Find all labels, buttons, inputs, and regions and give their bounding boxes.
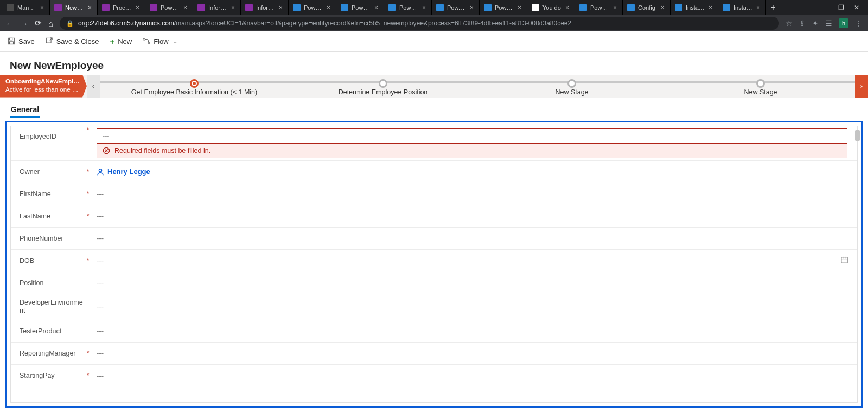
tab-close-icon[interactable]: × <box>422 4 426 11</box>
browser-tab[interactable]: Power P× <box>480 0 527 15</box>
bpf-next-button[interactable]: › <box>855 75 868 98</box>
tab-title: Informa <box>208 4 228 11</box>
window-close-icon[interactable]: ✕ <box>854 4 859 11</box>
tab-close-icon[interactable]: × <box>374 4 378 11</box>
scrollbar-thumb[interactable] <box>855 130 860 141</box>
reporting-manager-input[interactable]: --- <box>91 349 848 357</box>
svg-rect-3 <box>46 38 51 43</box>
first-name-input[interactable]: --- <box>91 190 848 198</box>
browser-tab[interactable]: Informa× <box>193 0 241 15</box>
tab-close-icon[interactable]: × <box>279 4 283 11</box>
favicon <box>7 4 14 11</box>
browser-chrome: Manage×NewEm×Process×Power A×Informa×Inf… <box>0 0 868 31</box>
home-button[interactable]: ⌂ <box>48 19 53 28</box>
window-minimize-icon[interactable]: ― <box>822 4 828 11</box>
tab-close-icon[interactable]: × <box>231 4 235 11</box>
browser-tab[interactable]: Manage× <box>2 0 50 15</box>
reload-button[interactable]: ⟳ <box>35 18 42 28</box>
svg-point-5 <box>148 42 150 44</box>
browser-tab[interactable]: Config× <box>623 0 671 15</box>
field-owner: Owner * Henry Legge <box>11 161 857 183</box>
bpf-stage[interactable]: Determine Employee Position <box>289 76 477 96</box>
favicon <box>54 4 62 11</box>
bpf-process-name: OnboardingANewEmplo... <box>5 78 81 86</box>
favicon <box>388 4 396 11</box>
svg-rect-2 <box>10 42 14 44</box>
tab-close-icon[interactable]: × <box>183 4 187 11</box>
browser-toolbar: ← → ⟳ ⌂ 🔒 orgc27fdeb6.crm5.dynamics.com/… <box>0 15 868 31</box>
browser-tab[interactable]: Power P× <box>432 0 480 15</box>
tab-close-icon[interactable]: × <box>661 4 665 11</box>
tab-close-icon[interactable]: × <box>40 4 44 11</box>
calendar-icon[interactable] <box>840 256 848 266</box>
browser-tab[interactable]: Power A× <box>145 0 193 15</box>
tab-close-icon[interactable]: × <box>327 4 330 11</box>
tab-title: Power P <box>590 4 610 11</box>
new-tab-button[interactable]: + <box>766 3 780 12</box>
tab-close-icon[interactable]: × <box>518 4 521 11</box>
favicon <box>197 4 205 11</box>
tester-input[interactable]: --- <box>91 327 848 335</box>
starting-pay-input[interactable]: --- <box>91 372 848 380</box>
tab-title: Power P <box>399 4 419 11</box>
favicon <box>102 4 110 11</box>
dob-input[interactable]: --- <box>91 256 848 266</box>
command-bar: Save Save & Close + New Flow ⌄ <box>0 31 868 52</box>
back-button[interactable]: ← <box>5 19 14 28</box>
browser-tab[interactable]: Process× <box>98 0 145 15</box>
bookmark-star-icon[interactable]: ☆ <box>786 19 793 28</box>
extensions-icon[interactable]: ✦ <box>812 19 819 28</box>
browser-tab[interactable]: Power P× <box>336 0 384 15</box>
tab-title: Power A <box>161 4 180 11</box>
bpf-stage-dot <box>379 79 387 88</box>
kebab-menu-icon[interactable]: ⋮ <box>855 19 863 28</box>
tab-close-icon[interactable]: × <box>88 4 92 11</box>
tab-close-icon[interactable]: × <box>709 4 712 11</box>
owner-value[interactable]: Henry Legge <box>91 167 848 176</box>
window-maximize-icon[interactable]: ❐ <box>838 4 844 11</box>
favicon <box>150 4 157 11</box>
last-name-input[interactable]: --- <box>91 212 848 220</box>
svg-point-4 <box>143 38 145 41</box>
tab-close-icon[interactable]: × <box>756 4 760 11</box>
bpf-stage[interactable]: Get Employee Basic Information (< 1 Min) <box>100 76 289 96</box>
save-and-close-button[interactable]: Save & Close <box>46 37 99 46</box>
favicon <box>341 4 348 11</box>
browser-tab[interactable]: You do× <box>527 0 575 15</box>
new-button[interactable]: + New <box>110 37 132 46</box>
bpf-stage[interactable]: New Stage <box>477 76 666 96</box>
error-icon <box>103 147 110 154</box>
reading-list-icon[interactable]: ☰ <box>825 19 832 28</box>
employee-id-input[interactable]: --- <box>97 128 847 144</box>
bpf-stage[interactable]: New Stage <box>666 76 855 96</box>
browser-tab[interactable]: Install a× <box>671 0 718 15</box>
browser-tab[interactable]: NewEm× <box>50 0 98 15</box>
save-button[interactable]: Save <box>8 37 35 46</box>
tab-strip: Manage×NewEm×Process×Power A×Informa×Inf… <box>0 0 868 15</box>
browser-tab[interactable]: Install a× <box>718 0 766 15</box>
phone-input[interactable]: --- <box>91 234 848 242</box>
address-bar[interactable]: 🔒 orgc27fdeb6.crm5.dynamics.com/main.asp… <box>60 17 779 30</box>
tab-general[interactable]: General <box>10 103 40 118</box>
field-starting-pay: StartingPay * --- <box>11 365 857 387</box>
profile-avatar[interactable]: h <box>839 18 848 28</box>
browser-tab[interactable]: Power P× <box>384 0 432 15</box>
flow-button[interactable]: Flow ⌄ <box>143 37 177 46</box>
send-to-devices-icon[interactable]: ⇪ <box>799 19 806 28</box>
tab-title: Install a <box>686 4 705 11</box>
bpf-prev-button[interactable]: ‹ <box>87 75 100 98</box>
dev-env-input[interactable]: --- <box>91 302 848 311</box>
forward-button[interactable]: → <box>20 19 28 28</box>
bpf-stage-label: Get Employee Basic Information (< 1 Min) <box>100 88 289 96</box>
tab-close-icon[interactable]: × <box>565 4 569 11</box>
position-input[interactable]: --- <box>91 279 848 287</box>
field-dob: DOB * --- <box>11 250 857 272</box>
tab-close-icon[interactable]: × <box>136 4 139 11</box>
tab-close-icon[interactable]: × <box>613 4 617 11</box>
bpf-process-flag[interactable]: OnboardingANewEmplo... Active for less t… <box>0 75 87 98</box>
browser-tab[interactable]: Power P× <box>575 0 623 15</box>
browser-tab[interactable]: Power P× <box>289 0 336 15</box>
browser-tab[interactable]: Informa× <box>241 0 289 15</box>
tab-close-icon[interactable]: × <box>470 4 474 11</box>
bpf-stage-label: New Stage <box>477 88 666 96</box>
